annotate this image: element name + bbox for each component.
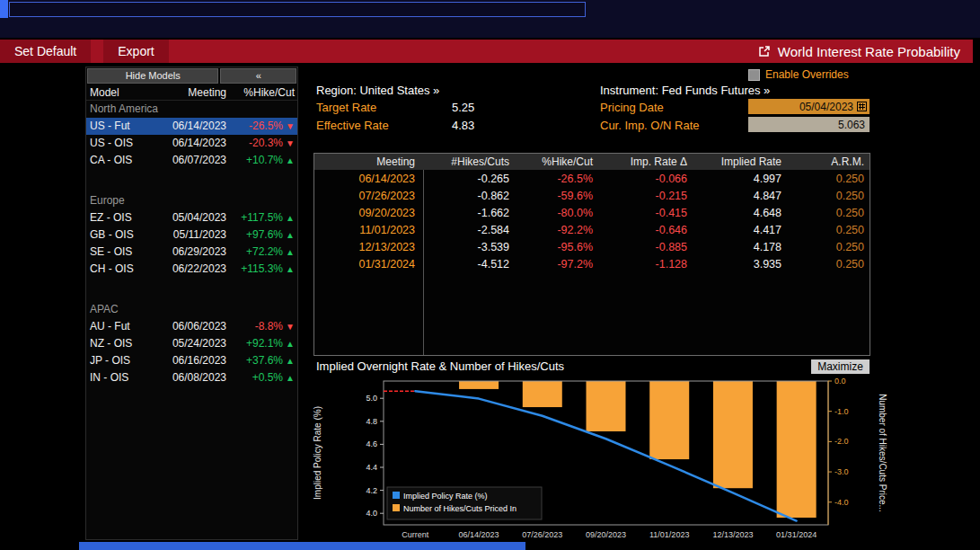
sidebar-buttons: Hide Models « — [86, 67, 297, 84]
model-row[interactable]: GB - OIS05/11/2023+97.6%▲ — [86, 226, 297, 244]
model-name: US - Fut — [90, 118, 149, 135]
table-cell: 0.250 — [787, 173, 870, 185]
model-group-label: Europe — [86, 192, 297, 209]
model-row[interactable]: NZ - OIS05/24/2023+92.1%▲ — [86, 335, 297, 352]
hikes-cuts-bar — [459, 381, 499, 389]
maximize-button[interactable]: Maximize — [811, 359, 870, 374]
calendar-icon[interactable] — [857, 102, 867, 111]
down-arrow-icon: ▼ — [283, 135, 295, 152]
effective-rate-label: Effective Rate — [316, 119, 389, 132]
table-cell: 07/26/2023 — [314, 190, 420, 202]
instrument-value[interactable]: Fed Funds Futures » — [662, 84, 771, 97]
table-cell: -1.662 — [420, 207, 515, 219]
enable-overrides-checkbox[interactable] — [748, 69, 760, 81]
hikes-cuts-bar — [587, 381, 626, 431]
table-cell: 0.250 — [787, 241, 870, 253]
down-arrow-icon: ▼ — [283, 318, 295, 335]
table-column-header[interactable]: A.R.M. — [787, 155, 870, 168]
table-cell: 12/13/2023 — [314, 241, 420, 253]
group-gap — [86, 169, 297, 192]
model-hike-cut-value: +115.3% — [226, 261, 283, 278]
toolbar-title-group: World Interest Rate Probability — [758, 40, 960, 63]
wirp-screen: Set Default Export World Interest Rate P… — [0, 0, 980, 550]
model-meeting-date: 06/14/2023 — [149, 135, 226, 152]
model-row[interactable]: US - Fut06/14/2023-26.5%▼ — [86, 118, 297, 135]
column-header-hike-cut[interactable]: %Hike/Cut — [226, 86, 295, 99]
cur-imp-rate-label: Cur. Imp. O/N Rate — [600, 119, 700, 132]
hide-models-button[interactable]: Hide Models — [87, 68, 218, 84]
open-window-icon[interactable] — [758, 45, 771, 58]
table-column-header[interactable]: Imp. Rate Δ — [598, 155, 693, 168]
table-column-header[interactable]: Meeting — [314, 155, 420, 168]
pricing-date-input[interactable]: 05/04/2023 — [748, 99, 870, 114]
command-bar — [0, 0, 980, 38]
left-axis-tick: 4.8 — [366, 417, 377, 426]
model-row[interactable]: CA - OIS06/07/2023+10.7%▲ — [86, 152, 297, 169]
table-row[interactable]: 09/20/2023-1.662-80.0%-0.4154.6480.250 — [314, 204, 870, 221]
table-cell: 4.847 — [693, 190, 787, 202]
right-axis-tick: -4.0 — [834, 498, 849, 507]
instrument-selector[interactable]: Instrument: Fed Funds Futures » — [600, 84, 770, 97]
model-row[interactable]: EZ - OIS05/04/2023+117.5%▲ — [86, 209, 297, 226]
table-row[interactable]: 06/14/2023-0.265-26.5%-0.0664.9970.250 — [314, 170, 870, 187]
table-column-header[interactable]: %Hike/Cut — [515, 155, 598, 168]
up-arrow-icon: ▲ — [283, 369, 295, 386]
x-axis-label: 11/01/2023 — [649, 530, 689, 539]
table-cell: 0.250 — [787, 190, 870, 202]
table-cell: 11/01/2023 — [314, 224, 420, 236]
x-axis-label: 07/26/2023 — [522, 530, 562, 539]
model-row[interactable]: US - OIS06/14/2023-20.3%▼ — [86, 135, 297, 152]
table-column-header[interactable]: #Hikes/Cuts — [420, 155, 515, 168]
table-cell: -0.862 — [420, 190, 515, 202]
model-row[interactable]: IN - OIS06/08/2023+0.5%▲ — [86, 369, 297, 386]
table-row[interactable]: 07/26/2023-0.862-59.6%-0.2154.8470.250 — [314, 187, 870, 204]
region-selector[interactable]: Region: United States » — [316, 84, 439, 97]
table-cell: 09/20/2023 — [314, 207, 420, 219]
model-name: AU - Fut — [90, 318, 149, 335]
export-button[interactable]: Export — [103, 40, 168, 63]
set-default-button[interactable]: Set Default — [0, 40, 91, 63]
pricing-date-label: Pricing Date — [600, 101, 664, 114]
table-cell: -1.128 — [598, 258, 693, 271]
model-row[interactable]: JP - OIS06/16/2023+37.6%▲ — [86, 352, 297, 369]
model-name: US - OIS — [90, 135, 149, 152]
meetings-table: Meeting#Hikes/Cuts%Hike/CutImp. Rate ΔIm… — [313, 153, 870, 356]
model-row[interactable]: SE - OIS06/29/2023+72.2%▲ — [86, 244, 297, 261]
bottom-blue-bar — [79, 542, 525, 550]
up-arrow-icon: ▲ — [283, 152, 295, 169]
enable-overrides-group: Enable Overrides — [748, 68, 849, 81]
region-value[interactable]: United States » — [359, 84, 439, 97]
model-group-label: North America — [86, 101, 297, 118]
table-column-header[interactable]: Implied Rate — [693, 155, 787, 168]
hikes-cuts-bar — [713, 381, 753, 488]
column-header-meeting[interactable]: Meeting — [149, 86, 226, 99]
table-row[interactable]: 11/01/2023-2.584-92.2%-0.6464.4170.250 — [314, 221, 870, 238]
table-cell: -0.066 — [598, 173, 693, 185]
table-cell: -0.885 — [598, 241, 693, 253]
cur-imp-rate-field: 5.063 — [748, 117, 870, 132]
down-arrow-icon: ▼ — [283, 118, 295, 135]
column-header-model[interactable]: Model — [90, 86, 149, 99]
model-hike-cut-value: +117.5% — [226, 209, 283, 226]
page-title: World Interest Rate Probability — [778, 44, 960, 59]
target-rate-label: Target Rate — [316, 101, 376, 114]
model-row[interactable]: AU - Fut06/06/2023-8.8%▼ — [86, 318, 297, 335]
model-group-label: APAC — [86, 301, 297, 318]
meetings-table-header: Meeting#Hikes/Cuts%Hike/CutImp. Rate ΔIm… — [314, 154, 870, 170]
table-row[interactable]: 12/13/2023-3.539-95.6%-0.8854.1780.250 — [314, 238, 870, 255]
table-cell: 01/31/2024 — [314, 258, 420, 271]
table-row[interactable]: 01/31/2024-4.512-97.2%-1.1283.9350.250 — [314, 255, 870, 272]
model-name: JP - OIS — [90, 352, 149, 369]
legend-swatch-line — [393, 492, 400, 499]
table-cell: -0.215 — [598, 190, 693, 202]
table-cell: 06/14/2023 — [314, 173, 420, 185]
table-cell: -80.0% — [515, 207, 598, 219]
model-name: EZ - OIS — [90, 209, 149, 226]
model-row[interactable]: CH - OIS06/22/2023+115.3%▲ — [86, 261, 297, 278]
model-meeting-date: 06/06/2023 — [149, 318, 226, 335]
right-axis-tick: -3.0 — [834, 467, 849, 476]
right-axis-tick: -2.0 — [834, 437, 849, 446]
legend-label-bar: Number of Hikes/Cuts Priced In — [403, 504, 516, 513]
command-input[interactable] — [9, 2, 586, 17]
collapse-panel-button[interactable]: « — [220, 68, 296, 84]
